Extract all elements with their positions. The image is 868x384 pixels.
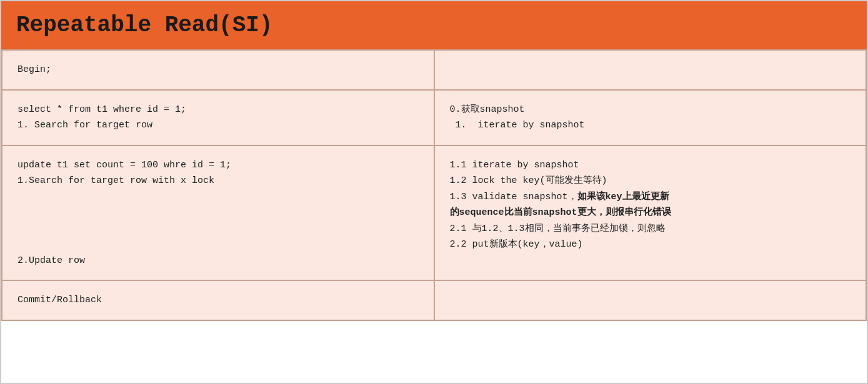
left-text-2: update t1 set count = 100 whre id = 1;1.… xyxy=(17,160,231,266)
right-cell-3 xyxy=(434,280,867,320)
right-cell-0 xyxy=(434,50,867,90)
left-text-3: Commit/Rollback xyxy=(17,295,102,305)
left-text-1: select * from t1 where id = 1;1. Search … xyxy=(17,104,186,131)
main-container: Repeatable Read(SI) Begin; select * from… xyxy=(0,0,868,384)
left-text-0: Begin; xyxy=(17,64,51,75)
table-row: Begin; xyxy=(2,50,866,90)
left-cell-1: select * from t1 where id = 1;1. Search … xyxy=(2,90,434,145)
left-cell-0: Begin; xyxy=(2,50,434,90)
right-text-1: 0.获取snapshot 1. iterate by snapshot xyxy=(450,104,585,131)
left-cell-2: update t1 set count = 100 whre id = 1;1.… xyxy=(2,145,434,281)
left-cell-3: Commit/Rollback xyxy=(2,280,434,320)
right-cell-1: 0.获取snapshot 1. iterate by snapshot xyxy=(434,90,867,145)
content-table: Begin; select * from t1 where id = 1;1. … xyxy=(1,49,867,321)
table-row: Commit/Rollback xyxy=(2,280,866,320)
table-row: select * from t1 where id = 1;1. Search … xyxy=(2,90,866,145)
title-row: Repeatable Read(SI) xyxy=(1,1,867,49)
page-title: Repeatable Read(SI) xyxy=(16,12,852,38)
right-text-2-part2: 2.1 与1.2、1.3相同，当前事务已经加锁，则忽略2.2 put新版本(ke… xyxy=(450,224,666,250)
table-row: update t1 set count = 100 whre id = 1;1.… xyxy=(2,145,866,281)
right-cell-2: 1.1 iterate by snapshot1.2 lock the key(… xyxy=(434,145,867,281)
